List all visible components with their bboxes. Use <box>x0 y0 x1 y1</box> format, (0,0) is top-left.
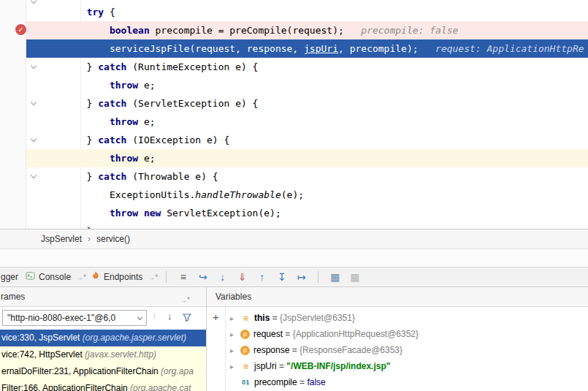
run-to-cursor-icon[interactable]: ↦ <box>291 267 311 286</box>
tab-debugger[interactable]: gger <box>0 267 22 286</box>
variables-toolbar: + <box>207 307 226 391</box>
frame-row[interactable]: vice:330, JspServlet (org.apache.jasper.… <box>0 330 206 346</box>
tab-endpoints-label: Endpoints <box>104 272 142 282</box>
breadcrumb-item-method[interactable]: service() <box>96 234 130 244</box>
drop-frame-icon[interactable]: ↧ <box>272 267 291 286</box>
thread-selector[interactable]: "http-nio-8080-exec-1"@6,0 <box>2 310 147 326</box>
code-line-10[interactable]: } catch (Throwable e) { <box>26 167 588 186</box>
variables-header-label: Variables <box>215 292 251 302</box>
variable-row[interactable]: ▸≡this = {JspServlet@6351} <box>226 310 588 326</box>
expand-arrow-icon[interactable]: ▸ <box>230 330 240 338</box>
variable-value: {JspServlet@6351} <box>280 313 355 323</box>
frame-list: vice:330, JspServlet (org.apache.jasper.… <box>0 330 206 391</box>
variable-row[interactable]: 01precompile = false <box>226 374 588 390</box>
code-line-8[interactable]: } catch (IOException e) { <box>26 131 588 149</box>
frames-panel: "http-nio-8080-exec-1"@6,0 ↑ ↓ vice:330,… <box>0 307 207 391</box>
expand-arrow-icon[interactable]: ▸ <box>230 346 240 354</box>
variable-row[interactable]: ▸presponse = {ResponseFacade@6353} <box>226 342 588 358</box>
debug-panels: "http-nio-8080-exec-1"@6,0 ↑ ↓ vice:330,… <box>0 307 588 391</box>
tab-options-icon: →* <box>148 273 158 281</box>
thread-name: "http-nio-8080-exec-1"@6,0 <box>7 313 115 323</box>
force-step-into-icon[interactable]: ⇓ <box>232 267 252 286</box>
tab-debugger-label: gger <box>1 272 18 282</box>
frames-header-label: rames <box>1 292 25 302</box>
equals-sign: = <box>277 361 287 371</box>
fold-arrow-icon[interactable] <box>29 99 38 108</box>
code-line-6[interactable]: } catch (ServletException e) { <box>26 94 588 113</box>
code-line-5[interactable]: throw e; <box>26 76 588 94</box>
breadcrumb-separator: › <box>88 234 91 244</box>
code-line-11[interactable]: ExceptionUtils.handleThrowable(e); <box>26 186 588 204</box>
frame-row[interactable]: Filter:166, ApplicationFilterChain (org.… <box>0 380 206 391</box>
variable-value: "/WEB-INF/jsp/index.jsp" <box>286 361 390 371</box>
toolbar-separator <box>318 271 318 283</box>
code-line-3[interactable]: serviceJspFile(request, response, jspUri… <box>26 39 588 58</box>
variables-panel: + ▸≡this = {JspServlet@6351}▸prequest = … <box>207 307 588 391</box>
console-icon <box>26 271 35 283</box>
breadcrumb: JspServlet›service() <box>0 229 588 249</box>
tab-endpoints[interactable]: Endpoints <box>88 267 146 286</box>
variable-value: {ResponseFacade@6353} <box>299 345 402 355</box>
panel-headers: rames →* Variables <box>0 287 588 307</box>
ide-window: try { boolean precompile = preCompile(re… <box>0 0 588 391</box>
tab-options-icon: →* <box>76 273 86 281</box>
layout-icon[interactable]: ▦ <box>345 267 364 286</box>
code-line-9[interactable]: throw e; <box>26 149 588 167</box>
toolbar-separator <box>166 271 167 283</box>
equals-sign: = <box>283 329 293 339</box>
expand-arrow-icon[interactable]: ▸ <box>230 314 240 322</box>
variable-name: this <box>254 313 270 323</box>
next-frame-icon[interactable]: ↓ <box>167 311 172 322</box>
code-line-4[interactable]: } catch (RuntimeException e) { <box>26 58 588 76</box>
variable-list: ▸≡this = {JspServlet@6351}▸prequest = {A… <box>226 310 588 390</box>
fold-arrow-icon[interactable] <box>29 0 38 7</box>
variable-name: jspUri <box>254 361 277 371</box>
code-line-7[interactable]: throw e; <box>26 113 588 131</box>
fold-arrow-icon[interactable] <box>29 63 38 72</box>
fold-arrow-icon[interactable] <box>29 172 38 181</box>
code-line-12[interactable]: throw new ServletException(e); <box>26 204 588 222</box>
previous-frame-icon[interactable]: ↑ <box>152 311 157 322</box>
variable-value: {ApplicationHttpRequest@6352} <box>293 329 419 339</box>
evaluate-icon[interactable]: ▦ <box>325 267 345 286</box>
code-line-13[interactable]: } <box>26 222 588 229</box>
code-line-2[interactable]: boolean precompile = preCompile(request)… <box>26 21 588 39</box>
step-out-icon[interactable]: ↑ <box>252 267 272 286</box>
frame-row[interactable]: ernalDoFilter:231, ApplicationFilterChai… <box>0 363 206 380</box>
variable-name: precompile <box>254 377 297 387</box>
code-editor: try { boolean precompile = preCompile(re… <box>0 0 588 229</box>
expand-arrow-icon[interactable]: ▸ <box>230 362 240 371</box>
tab-console-label: Console <box>39 272 71 282</box>
filter-funnel-icon[interactable] <box>183 313 191 324</box>
menu-icon[interactable]: ≡ <box>173 267 193 286</box>
fold-arrow-icon[interactable] <box>29 136 38 145</box>
add-watch-icon[interactable]: + <box>207 311 225 323</box>
tab-console[interactable]: Console <box>22 267 75 286</box>
parameter-icon: p <box>240 346 250 355</box>
breakpoint-icon[interactable]: ✓ <box>15 24 26 35</box>
value-icon: ≡ <box>240 313 251 323</box>
primitive-icon: 01 <box>240 377 251 387</box>
breadcrumb-item-class[interactable]: JspServlet <box>41 234 82 244</box>
frame-row[interactable]: vice:742, HttpServlet (javax.servlet.htt… <box>0 346 206 363</box>
variables-panel-header: Variables <box>207 287 588 306</box>
parameter-icon: p <box>240 330 250 339</box>
variable-row[interactable]: ▸≡jspUri = "/WEB-INF/jsp/index.jsp" <box>226 358 588 374</box>
variable-row[interactable]: ▸prequest = {ApplicationHttpRequest@6352… <box>226 326 588 342</box>
thread-row: "http-nio-8080-exec-1"@6,0 ↑ ↓ <box>0 307 206 330</box>
variable-name: response <box>253 345 289 355</box>
equals-sign: = <box>270 313 280 323</box>
step-over-icon[interactable]: ↪ <box>193 267 213 286</box>
variable-value: false <box>307 377 325 387</box>
variable-name: request <box>253 329 283 339</box>
value-icon: ≡ <box>240 361 251 371</box>
chevron-down-icon <box>137 315 142 320</box>
code-line-1[interactable]: try { <box>26 3 588 21</box>
equals-sign: = <box>289 345 299 355</box>
toolwindow-gap <box>0 249 588 267</box>
equals-sign: = <box>297 377 308 387</box>
flame-icon <box>91 271 100 283</box>
debug-toolbar: gger Console →* Endpoints →* ≡↪↓⇓↑↧↦ ▦▦ <box>0 267 588 287</box>
code-area[interactable]: try { boolean precompile = preCompile(re… <box>26 3 588 229</box>
step-into-icon[interactable]: ↓ <box>213 267 232 286</box>
